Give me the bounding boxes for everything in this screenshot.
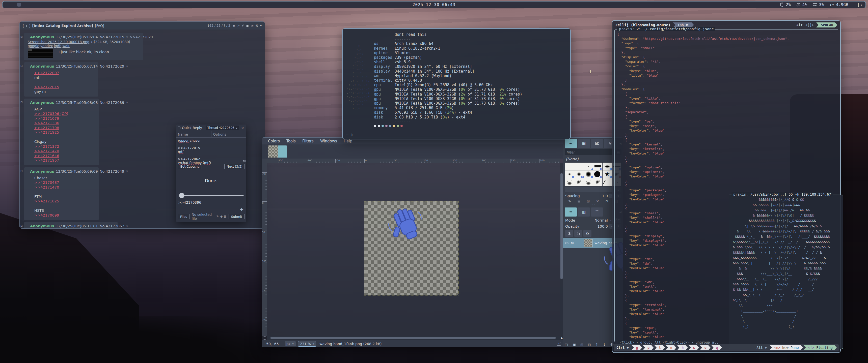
menu-help[interactable]: Help xyxy=(344,139,352,143)
quote-link[interactable]: >>42171372 xyxy=(34,144,59,148)
post-menu-icon[interactable]: ∨ xyxy=(126,101,128,104)
unit-select[interactable]: px∨ xyxy=(285,341,296,346)
keybar-key-n[interactable]: n xyxy=(665,345,676,350)
post-number[interactable]: No.42172049 xyxy=(100,169,124,173)
brush-blank-1[interactable] xyxy=(574,163,583,170)
canvas-horizontal-scrollbar[interactable] xyxy=(267,336,563,340)
quote-link[interactable]: >>42171646 xyxy=(34,154,59,158)
keybar-key-t[interactable]: t xyxy=(654,345,665,350)
board-tool-icon-3[interactable]: ▣ xyxy=(246,24,249,28)
board-tool-icon-0[interactable]: ◉ xyxy=(232,24,235,28)
file-icon-2[interactable]: ⊞ xyxy=(224,215,226,218)
board-nav-link-2[interactable]: [FAQ] xyxy=(95,24,104,28)
search-link-iqdb[interactable]: iqdb xyxy=(54,44,61,48)
file-link[interactable]: Screenshot 2025-12-30 000018.png xyxy=(28,40,89,44)
post-number[interactable]: No.42172015 xyxy=(100,35,124,39)
brush-dock-tab-2[interactable]: ab xyxy=(591,139,603,148)
menu-colors[interactable]: Colors xyxy=(268,139,280,143)
brush-blank-0[interactable] xyxy=(565,163,574,170)
statusbar-cancel-icon[interactable]: ▾ xyxy=(557,342,561,345)
brush-dock-tab-0[interactable]: ✒ xyxy=(565,139,577,148)
layer-action-4[interactable]: ↑ xyxy=(595,342,598,346)
quote-link[interactable]: >>42171025 xyxy=(34,199,59,203)
brush-circle-9[interactable]: + xyxy=(593,170,602,178)
brush-action-0[interactable]: ✎ xyxy=(568,199,571,203)
post-number[interactable]: No.42172039 xyxy=(100,101,124,105)
logout-icon[interactable]: [→ xyxy=(858,2,862,7)
quote-link[interactable]: >>42171957 xyxy=(34,158,59,162)
keybar-key-p[interactable]: p xyxy=(643,345,653,350)
brush-grunge-15[interactable] xyxy=(593,178,602,186)
quote-link[interactable]: >>42171470 xyxy=(34,185,59,189)
shell-prompt[interactable]: ~ ❯ xyxy=(346,133,355,137)
board-tool-icon-6[interactable]: ▾ xyxy=(260,24,262,28)
board-tool-icon-2[interactable]: ⚡ xyxy=(242,24,244,28)
quote-link[interactable]: >>42171925 xyxy=(34,130,59,134)
layers-dock-tab-1[interactable]: ▥ xyxy=(578,207,590,217)
brush-dock-tab-1[interactable]: ▦ xyxy=(578,139,590,148)
file-icon-0[interactable]: ✎ xyxy=(216,215,219,218)
collapse-post-icon[interactable]: ⊟ xyxy=(21,170,23,172)
brush-soft-l-8[interactable]: + xyxy=(584,170,593,178)
post-menu-icon[interactable]: ∨ xyxy=(126,36,128,39)
keybar-action-floating[interactable]: <f> Floating xyxy=(803,345,837,350)
close-icon[interactable]: × xyxy=(241,126,245,130)
workspace-indicator[interactable] xyxy=(17,3,21,6)
keybar-key-s[interactable]: s xyxy=(688,345,699,350)
quote-link[interactable]: >>42172007 xyxy=(34,71,59,75)
collapse-post-icon[interactable]: ⊟ xyxy=(21,224,23,227)
post-thumbnail[interactable] xyxy=(28,50,53,58)
brush-stroke-16[interactable] xyxy=(602,178,612,186)
quote-link[interactable]: >>42171798 xyxy=(34,126,59,130)
brush-splat-12[interactable] xyxy=(565,178,574,186)
captcha-slider[interactable] xyxy=(179,193,244,198)
quote-link[interactable]: >>42170396 (OP) xyxy=(34,112,68,116)
thread-select[interactable]: Thread 42170396 ∨ xyxy=(206,126,239,130)
brush-star-10[interactable]: ★+ xyxy=(602,170,612,178)
file-icon-1[interactable]: ⊕ xyxy=(220,215,223,218)
opacity-value[interactable]: 100.0 xyxy=(597,224,608,228)
search-link-wait[interactable]: wait xyxy=(63,44,70,48)
search-link-yandex[interactable]: yandex xyxy=(40,44,53,48)
eye-icon[interactable] xyxy=(565,242,568,244)
tab-1[interactable]: Tab #1 xyxy=(673,23,694,28)
collapse-post-icon[interactable]: ⊟ xyxy=(21,65,23,67)
post-checkbox[interactable] xyxy=(28,170,28,173)
quote-link[interactable]: >>42171470 xyxy=(34,149,59,153)
layer-mode-select[interactable]: Normal ∨ xyxy=(594,218,611,222)
quick-mask-toggle[interactable] xyxy=(263,336,266,339)
brush-action-4[interactable]: ↻ xyxy=(605,199,608,203)
brush-splat-14[interactable] xyxy=(584,178,593,186)
brush-grunge-13[interactable] xyxy=(574,178,583,186)
collapse-post-icon[interactable]: ⊟ xyxy=(21,35,23,38)
brush-action-1[interactable]: ⊞ xyxy=(578,199,581,203)
board-nav-link-1[interactable]: [Index Catalog Expired Archive] xyxy=(32,24,93,28)
slider-handle[interactable] xyxy=(179,193,184,198)
submit-button[interactable]: Submit xyxy=(228,214,245,219)
canvas-image-waving-hand[interactable] xyxy=(364,201,458,295)
menu-filters[interactable]: Filters xyxy=(302,139,314,143)
keybar-key-h[interactable]: h xyxy=(677,345,688,350)
spacing-value[interactable]: 1.0 xyxy=(602,194,608,198)
name-field[interactable]: Name xyxy=(176,131,211,137)
layer-action-2[interactable]: ⊞ xyxy=(580,342,583,346)
brush-soft-m-7[interactable]: + xyxy=(574,170,583,178)
visibility-toggle[interactable] xyxy=(565,230,573,237)
lock-effects-toggle[interactable]: fx xyxy=(583,230,591,237)
resize-handle[interactable] xyxy=(243,160,246,162)
post-menu-icon[interactable]: ∨ xyxy=(126,65,128,68)
layer-action-3[interactable]: ⊟ xyxy=(588,342,591,346)
layers-dock-tab-2[interactable]: ⌒ xyxy=(591,207,603,217)
collapse-post-icon[interactable]: ⊟ xyxy=(21,101,23,104)
brush-ell-4[interactable]: + xyxy=(602,163,612,170)
download-icon[interactable]: ↓ xyxy=(89,40,94,44)
post-checkbox[interactable] xyxy=(28,65,28,68)
lock-toggle[interactable] xyxy=(574,230,582,237)
brush-action-3[interactable]: ✕ xyxy=(596,199,599,203)
brush-dot-2[interactable] xyxy=(584,163,593,170)
post-menu-icon[interactable]: ∨ xyxy=(126,170,128,173)
kitty-terminal-window[interactable]: · :· ·.· :··: ·:.· .··:· ·:·.:·: :.··:·.… xyxy=(342,28,571,139)
brush-soft-s-6[interactable]: + xyxy=(565,170,574,178)
board-tool-icon-1[interactable]: ↗ xyxy=(237,24,240,28)
quick-reply-checkbox[interactable] xyxy=(178,127,180,129)
